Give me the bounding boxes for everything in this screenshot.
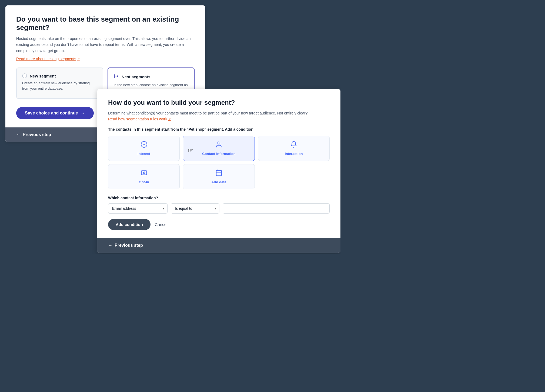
external-link-icon: ↗ <box>77 57 80 61</box>
condition-label: The contacts in this segment start from … <box>108 127 330 131</box>
arrow-left-icon-back: ← <box>16 132 21 137</box>
svg-point-1 <box>218 142 220 144</box>
interest-tile[interactable]: Interest <box>108 136 180 161</box>
svg-rect-4 <box>216 170 222 176</box>
interest-label: Interest <box>138 152 150 156</box>
card-front-content: How do you want to build your segment? D… <box>97 89 340 238</box>
save-choice-button[interactable]: Save choice and continue → <box>16 107 94 119</box>
operator-select-wrapper: Is equal to Is not equal to Contains Doe… <box>171 203 219 214</box>
prev-step-bar-front: ← Previous step <box>97 238 340 253</box>
calendar-icon <box>215 169 222 178</box>
card-back-description: Nested segments take on the properties o… <box>16 36 195 54</box>
filter-row: Email address First name Last name Phone… <box>108 203 330 214</box>
touch-icon <box>290 141 297 150</box>
add-date-tile[interactable]: Add date <box>183 164 255 189</box>
person-icon <box>215 141 222 150</box>
card-front-description: Determine what condition(s) your contact… <box>108 110 330 122</box>
filter-value-input[interactable] <box>223 203 330 214</box>
contact-information-tile[interactable]: Contact information <box>183 136 255 161</box>
operator-select[interactable]: Is equal to Is not equal to Contains Doe… <box>171 203 219 214</box>
condition-tiles-grid: Interest Contact information <box>108 136 330 189</box>
add-date-label: Add date <box>211 180 226 184</box>
interaction-tile[interactable]: Interaction <box>258 136 330 161</box>
field-select-wrapper: Email address First name Last name Phone… <box>108 203 168 214</box>
nest-segment-title: Nest segments <box>122 75 151 79</box>
nest-segment-header: Nest segments <box>113 73 189 80</box>
field-select[interactable]: Email address First name Last name Phone… <box>108 203 168 214</box>
card-front-title: How do you want to build your segment? <box>108 99 330 106</box>
opt-in-tile[interactable]: Opt-in <box>108 164 180 189</box>
cancel-button[interactable]: Cancel <box>155 222 168 227</box>
which-contact-label: Which contact information? <box>108 196 330 200</box>
prev-step-link-front[interactable]: ← Previous step <box>108 243 143 248</box>
interaction-label: Interaction <box>285 152 303 156</box>
prev-step-link-back[interactable]: ← Previous step <box>16 132 51 137</box>
add-condition-button[interactable]: Add condition <box>108 219 151 230</box>
read-more-link[interactable]: Read more about nesting segments ↗ <box>16 57 80 61</box>
arrow-right-icon: → <box>81 111 85 116</box>
external-link-icon-front: ↗ <box>168 117 171 122</box>
nest-icon <box>113 73 119 80</box>
list-check-icon <box>141 169 148 178</box>
arrow-left-icon-front: ← <box>108 243 112 248</box>
new-segment-option[interactable]: New segment Create an entirely new audie… <box>16 67 103 99</box>
check-circle-icon <box>141 141 148 150</box>
read-segmentation-rules-link[interactable]: Read how segmentation rules work ↗ <box>108 116 171 122</box>
contact-information-label: Contact information <box>202 152 236 156</box>
action-row: Add condition Cancel <box>108 219 330 230</box>
new-segment-radio[interactable] <box>22 73 27 78</box>
opt-in-label: Opt-in <box>139 180 149 184</box>
new-segment-desc: Create an entirely new audience by start… <box>22 80 97 91</box>
new-segment-header: New segment <box>22 73 97 78</box>
segment-builder-card: How do you want to build your segment? D… <box>97 89 340 253</box>
new-segment-title: New segment <box>30 74 56 78</box>
card-back-title: Do you want to base this segment on an e… <box>16 15 195 32</box>
